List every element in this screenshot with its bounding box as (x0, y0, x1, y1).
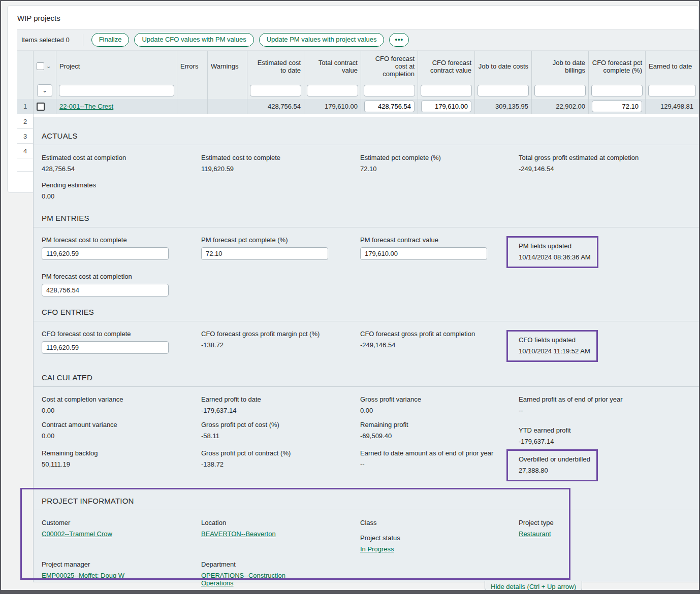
project-status-link[interactable]: In Progress (360, 545, 394, 553)
column-header-cfo-forecast-pct-complete[interactable]: CFO forecast pct complete (%) (589, 51, 646, 82)
column-header-earned-to-date[interactable]: Earned to date (646, 51, 698, 82)
field-project-status: Project status In Progress (360, 534, 519, 555)
more-actions-button[interactable]: ••• (389, 33, 409, 46)
job-to-date-costs-cell: 309,135.95 (475, 99, 532, 114)
update-pm-values-button[interactable]: Update PM values with project values (259, 33, 385, 46)
pm-fields-updated-highlight: PM fields updated 10/14/2024 08:36:36 AM (506, 236, 598, 268)
customer-link[interactable]: C00002--Trammel Crow (42, 530, 112, 538)
filter-input-cfo-forecast-contract-value[interactable] (421, 85, 472, 96)
column-header-estimated-cost-to-date[interactable]: Estimated cost to date (247, 51, 304, 82)
bottom-bar (1, 590, 699, 593)
field-pm-forecast-cost-at-completion: PM forecast cost at completion (42, 273, 201, 296)
column-header-cfo-forecast-cost-at-completion[interactable]: CFO forecast cost at completion (361, 51, 418, 82)
chevron-down-icon[interactable]: ⌄ (46, 63, 51, 70)
row-number-header (17, 51, 34, 82)
filter-input-cfo-forecast-cost-at-completion[interactable] (364, 85, 415, 96)
cfo-forecast-pct-complete-input[interactable] (592, 101, 642, 112)
column-header-project[interactable]: Project (56, 51, 177, 82)
items-selected-label: Items selected 0 (21, 36, 70, 44)
detail-panel: ACTUALS Estimated cost at completion 428… (33, 117, 699, 582)
section-title: PROJECT INFORMATION (34, 497, 699, 510)
field-contract-amount-variance: Contract amount variance 0.00 (42, 421, 201, 442)
field-pending-estimates: Pending estimates 0.00 (42, 181, 201, 203)
section-title: PM ENTRIES (34, 214, 699, 227)
overbilled-or-underbilled-highlight: Overbilled or underbilled 27,388.80 (506, 449, 598, 481)
field-cost-at-completion-variance: Cost at completion variance 0.00 (42, 395, 201, 417)
filter-input-job-to-date-costs[interactable] (478, 85, 529, 96)
field-cfo-forecast-cost-to-complete: CFO forecast cost to complete (42, 330, 201, 354)
chevron-down-icon: ⌄ (42, 87, 47, 94)
toolbar-divider (83, 34, 83, 46)
field-ytd-earned-profit: YTD earned profit -179,637.14 (519, 421, 691, 445)
section-title: CFO ENTRIES (34, 308, 699, 321)
field-gross-profit-pct-of-contract: Gross profit pct of contract (%) -138.72 (201, 449, 360, 471)
column-header-errors[interactable]: Errors (177, 51, 208, 82)
section-actuals: ACTUALS Estimated cost at completion 428… (34, 131, 699, 203)
filter-input-cfo-forecast-pct-complete[interactable] (591, 85, 643, 96)
field-estimated-pct-complete: Estimated pct complete (%) 72.10 (360, 154, 519, 175)
field-pm-forecast-contract-value: PM forecast contract value (360, 236, 519, 260)
errors-cell (177, 99, 208, 114)
pm-forecast-cost-at-completion-input[interactable] (42, 284, 169, 296)
field-estimated-cost-at-completion: Estimated cost at completion 428,756.54 (42, 154, 201, 175)
section-cfo-entries: CFO ENTRIES CFO forecast cost to complet… (34, 308, 699, 362)
filter-input-project[interactable] (59, 85, 174, 96)
filter-input-earned-to-date[interactable] (648, 85, 696, 96)
column-header-cfo-forecast-contract-value[interactable]: CFO forecast contract value (418, 51, 475, 82)
field-class: Class (360, 519, 519, 534)
pm-forecast-pct-complete-input[interactable] (201, 247, 328, 260)
row-number: 1 (17, 99, 34, 114)
project-type-link[interactable]: Restaurant (519, 530, 551, 538)
field-gross-profit-pct-of-cost: Gross profit pct of cost (%) -58.11 (201, 421, 360, 442)
row-number: 4 (17, 144, 34, 158)
table-header-row: ⌄ Project Errors Warnings Estimated cost… (17, 50, 698, 82)
cfo-forecast-cost-at-completion-input[interactable] (364, 101, 415, 112)
column-header-total-contract-value[interactable]: Total contract value (304, 51, 361, 82)
section-title: ACTUALS (34, 131, 699, 145)
column-header-job-to-date-billings[interactable]: Job to date billings (532, 51, 589, 82)
warnings-cell (208, 99, 247, 114)
field-estimated-cost-to-complete: Estimated cost to complete 119,620.59 (201, 154, 360, 175)
project-link[interactable]: 22-001--The Crest (59, 103, 113, 110)
field-remaining-profit: Remaining profit -69,509.40 (360, 421, 519, 442)
filter-input-job-to-date-billings[interactable] (534, 85, 586, 96)
project-manager-link[interactable]: EMP00025--Moffet; Doug W (42, 572, 124, 579)
total-contract-value-cell: 179,610.00 (304, 99, 361, 114)
column-header-warnings[interactable]: Warnings (208, 51, 247, 82)
page-title: WIP projects (17, 6, 694, 29)
toolbar: Items selected 0 Finalize Update CFO val… (17, 29, 698, 50)
filter-input-estimated-cost-to-date[interactable] (250, 85, 301, 96)
select-all-checkbox[interactable] (37, 62, 44, 70)
pm-forecast-cost-to-complete-input[interactable] (42, 247, 169, 260)
field-gross-profit-variance: Gross profit variance 0.00 (360, 395, 519, 417)
earned-to-date-cell: 129,498.81 (646, 99, 698, 114)
pm-forecast-contract-value-input[interactable] (360, 247, 487, 260)
field-total-gross-profit: Total gross profit estimated at completi… (519, 154, 691, 175)
select-all-cell: ⌄ (34, 51, 56, 82)
field-pm-forecast-cost-to-complete: PM forecast cost to complete (42, 236, 201, 260)
filter-input-total-contract-value[interactable] (307, 85, 358, 96)
update-cfo-values-button[interactable]: Update CFO values with PM values (134, 33, 253, 46)
field-earned-to-date-prior-year: Earned to date amount as of end of prior… (360, 449, 519, 471)
cfo-forecast-contract-value-input[interactable] (421, 101, 471, 112)
section-calculated: CALCULATED Cost at completion variance 0… (34, 373, 699, 481)
filter-type-dropdown[interactable]: ⌄ (37, 84, 52, 97)
field-remaining-backlog: Remaining backlog 50,111.19 (42, 449, 201, 471)
location-link[interactable]: BEAVERTON--Beaverton (201, 530, 276, 538)
row-checkbox[interactable] (37, 103, 45, 111)
row-number: 3 (17, 129, 34, 144)
ellipsis-icon: ••• (395, 36, 403, 43)
column-header-job-to-date-costs[interactable]: Job to date costs (475, 51, 532, 82)
section-pm-entries: PM ENTRIES PM forecast cost to complete … (34, 214, 699, 296)
finalize-button[interactable]: Finalize (91, 33, 130, 46)
field-department: Department OPERATIONS--Construction Oper… (201, 560, 360, 587)
field-project-manager: Project manager EMP00025--Moffet; Doug W (42, 560, 201, 582)
field-earned-profit-prior-year: Earned profit as of end of prior year -- (519, 395, 691, 417)
field-location: Location BEAVERTON--Beaverton (201, 519, 360, 540)
wip-projects-page: WIP projects Items selected 0 Finalize U… (0, 0, 700, 594)
department-link[interactable]: OPERATIONS--Construction Operations (201, 572, 298, 587)
cfo-forecast-cost-to-complete-input[interactable] (42, 341, 169, 354)
field-cfo-gross-profit-at-completion: CFO forecast gross profit at completion … (360, 330, 519, 351)
field-cfo-gross-profit-margin-pct: CFO forecast gross profit margin pct (%)… (201, 330, 360, 351)
row-number: 2 (17, 114, 34, 129)
